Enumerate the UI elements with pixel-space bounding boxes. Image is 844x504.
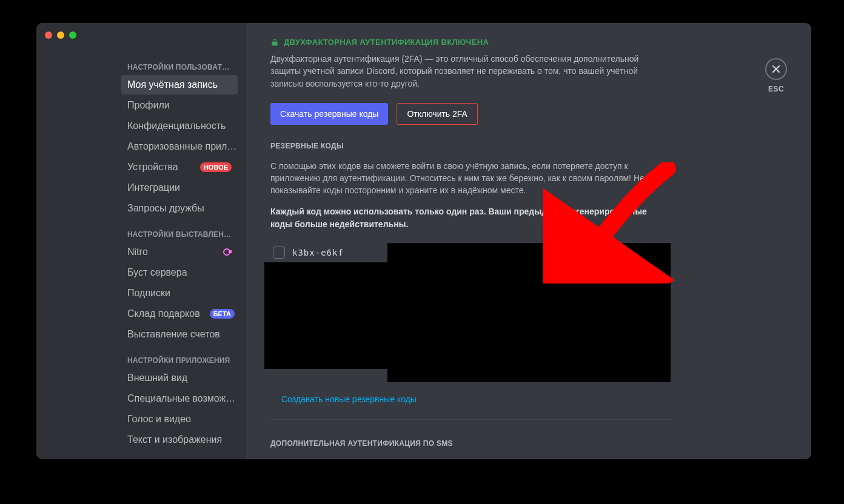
esc-label: ESC xyxy=(768,85,784,93)
sidebar-item[interactable]: Склад подарковБЕТА xyxy=(121,304,238,323)
backup-code-item: k3bx-e6kf xyxy=(270,243,387,262)
backup-codes-title: РЕЗЕРВНЫЕ КОДЫ xyxy=(270,142,671,150)
sidebar-section-header: НАСТРОЙКИ ПРИЛОЖЕНИЯ xyxy=(121,353,238,368)
backup-codes-warning: Каждый код можно использовать только оди… xyxy=(270,205,671,231)
sidebar-item-label: Текст и изображения xyxy=(127,434,222,445)
redacted-codes-left xyxy=(264,262,387,369)
sidebar-item-label: Голос и видео xyxy=(127,414,191,425)
sidebar-item-label: Nitro xyxy=(127,247,148,257)
sidebar-item-label: Интеграции xyxy=(127,182,180,193)
sidebar-badge: БЕТА xyxy=(210,309,235,319)
sidebar-item-label: Буст сервера xyxy=(127,267,187,278)
close-window-dot[interactable] xyxy=(45,31,52,39)
minimize-window-dot[interactable] xyxy=(57,31,64,39)
sidebar-item-label: Авторизованные прил… xyxy=(127,141,236,152)
sidebar-item[interactable]: Выставление счетов xyxy=(121,325,238,344)
sms-auth-title: ДОПОЛНИТЕЛЬНАЯ АУТЕНТИФИКАЦИЯ ПО SMS xyxy=(270,439,671,448)
code-checkbox[interactable] xyxy=(273,247,285,259)
sidebar-item[interactable]: Подписки xyxy=(121,284,238,303)
nitro-icon xyxy=(222,247,232,257)
sidebar-section-header: НАСТРОЙКИ ПОЛЬЗОВАТ… xyxy=(121,59,238,75)
sidebar-item-label: Устройства xyxy=(127,162,178,173)
sidebar-item[interactable]: Текст и изображения xyxy=(121,430,238,449)
settings-window: НАСТРОЙКИ ПОЛЬЗОВАТ…Моя учётная записьПр… xyxy=(36,23,811,459)
close-icon xyxy=(765,58,787,80)
sidebar-item[interactable]: Авторизованные прил… xyxy=(121,137,238,156)
sidebar-item-label: Склад подарков xyxy=(127,308,200,319)
settings-main: ESC ДВУХФАКТОРНАЯ АУТЕНТИФИКАЦИЯ ВКЛЮЧЕН… xyxy=(246,23,811,459)
zoom-window-dot[interactable] xyxy=(69,31,76,39)
sidebar-item-label: Конфиденциальность xyxy=(127,121,226,131)
backup-codes-description: С помощью этих кодов вы сможете войти в … xyxy=(270,160,671,197)
settings-sidebar: НАСТРОЙКИ ПОЛЬЗОВАТ…Моя учётная записьПр… xyxy=(36,23,246,459)
backup-code-value: k3bx-e6kf xyxy=(292,248,344,257)
twofa-enabled-header: ДВУХФАКТОРНАЯ АУТЕНТИФИКАЦИЯ ВКЛЮЧЕНА xyxy=(270,38,671,47)
divider xyxy=(270,419,671,420)
sidebar-item-label: Внешний вид xyxy=(127,373,187,383)
sidebar-item[interactable]: Моя учётная запись xyxy=(121,75,238,94)
close-settings-button[interactable]: ESC xyxy=(765,58,787,93)
download-backup-codes-button[interactable]: Скачать резервные коды xyxy=(270,103,388,125)
sidebar-item[interactable]: Голос и видео xyxy=(121,409,238,429)
sidebar-item[interactable]: УстройстваНОВОЕ xyxy=(121,158,238,177)
sidebar-item[interactable]: Профили xyxy=(121,96,238,115)
sidebar-item[interactable]: Интеграции xyxy=(121,178,238,197)
sidebar-item[interactable]: Буст сервера xyxy=(121,263,238,282)
sidebar-item-label: Моя учётная запись xyxy=(127,79,218,90)
disable-2fa-button[interactable]: Отключить 2FA xyxy=(397,103,478,125)
sidebar-item-label: Выставление счетов xyxy=(127,329,220,340)
sidebar-item[interactable]: Конфиденциальность xyxy=(121,116,238,136)
sidebar-item[interactable]: Специальные возмож… xyxy=(121,389,238,408)
generate-new-codes-link[interactable]: Создавать новые резервные коды xyxy=(270,394,417,404)
sidebar-item[interactable]: Запросы дружбы xyxy=(121,199,238,218)
sidebar-item-label: Подписки xyxy=(127,288,170,299)
redacted-codes-right xyxy=(387,243,671,382)
sidebar-item-label: Запросы дружбы xyxy=(127,203,204,214)
sidebar-section-header: НАСТРОЙКИ ВЫСТАВЛЕН… xyxy=(121,227,238,242)
twofa-description: Двухфакторная аутентификация (2FA) — это… xyxy=(270,53,671,90)
sidebar-item-label: Специальные возмож… xyxy=(127,393,235,404)
backup-codes-grid: k3bx-e6kf xyxy=(270,243,671,382)
window-controls xyxy=(45,31,76,39)
lock-icon xyxy=(270,38,279,47)
sidebar-item[interactable]: Внешний вид xyxy=(121,368,238,388)
sidebar-badge: НОВОЕ xyxy=(200,162,232,172)
twofa-title: ДВУХФАКТОРНАЯ АУТЕНТИФИКАЦИЯ ВКЛЮЧЕНА xyxy=(284,38,489,47)
sidebar-item[interactable]: Nitro xyxy=(121,242,238,262)
sidebar-item-label: Профили xyxy=(127,100,170,111)
